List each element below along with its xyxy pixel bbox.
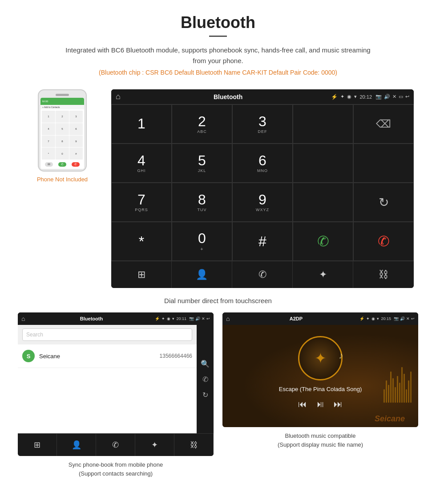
contact-phone: 13566664466: [160, 353, 192, 359]
phone-key: 3: [69, 111, 83, 123]
music-statusbar: ⌂ A2DP ⚡ ✦ ◉ ▾ 20:15 📷 🔊 ✕ ↩: [222, 312, 418, 325]
close-icon[interactable]: ✕: [392, 94, 396, 100]
contacts-loc-icon: ◉: [167, 316, 170, 321]
nav-link-btn[interactable]: ⛓: [353, 261, 414, 288]
search-placeholder: Search: [26, 332, 43, 338]
contacts-status-icons: ✦ ◉ ▾ 20:11: [161, 316, 186, 321]
phone-key: 9: [69, 136, 83, 148]
next-button[interactable]: ⏭: [334, 399, 343, 409]
main-screenshot-area: M:00 + Add to Contacts 1 2 3 4 5 6 7 8 9…: [0, 89, 436, 292]
prev-button[interactable]: ⏮: [298, 399, 307, 409]
dial-refresh[interactable]: ↻: [353, 183, 414, 222]
dial-display: [293, 104, 353, 144]
phone-btn-gray: ✉: [45, 162, 53, 167]
contacts-vol-icon: 🔊: [195, 316, 200, 321]
home-icon[interactable]: ⌂: [116, 92, 121, 101]
nav-bt-btn[interactable]: ✦: [293, 261, 353, 288]
dial-key-hash[interactable]: #: [232, 222, 293, 261]
dial-key-2[interactable]: 2 ABC: [172, 104, 232, 144]
phone-screen: M:00 + Add to Contacts 1 2 3 4 5 6 7 8 9…: [40, 98, 84, 169]
status-time: 20:12: [359, 94, 372, 100]
contacts-nav-bt[interactable]: ✦: [135, 434, 174, 456]
phone-not-included-label: Phone Not Included: [37, 176, 88, 183]
contacts-cam-icon: 📷: [189, 316, 194, 321]
contacts-bottom-nav: ⊞ 👤 ✆ ✦ ⛓: [18, 433, 214, 456]
contacts-caption: Sync phone-book from mobile phone (Suppo…: [69, 460, 163, 478]
music-caption: Bluetooth music compatible (Support disp…: [278, 432, 363, 449]
dial-caption: Dial number direct from touchscreen: [0, 292, 436, 312]
phone-key: 8: [56, 136, 69, 148]
music-album-art: ✦ ♪: [298, 336, 343, 380]
eq-bars: [384, 338, 412, 403]
dial-key-8[interactable]: 8 TUV: [172, 183, 232, 222]
contacts-search-icon[interactable]: 🔍: [201, 360, 210, 368]
back-icon[interactable]: ↩: [405, 94, 409, 100]
contacts-nav-person[interactable]: 👤: [57, 434, 96, 456]
music-status-icons: ✦ ◉ ▾ 20:15: [366, 316, 391, 321]
window-icon: ▭: [399, 94, 403, 100]
contacts-statusbar: ⌂ Bluetooth ⚡ ✦ ◉ ▾ 20:11 📷 🔊 ✕ ↩: [18, 312, 214, 325]
dial-key-5[interactable]: 5 JKL: [172, 144, 232, 183]
phone-key: 6: [69, 123, 83, 135]
dialpad-bottom-nav: ⊞ 👤 ✆ ✦ ⛓: [111, 261, 414, 288]
music-title: A2DP: [232, 316, 359, 321]
dial-end-button[interactable]: ✆: [353, 222, 414, 261]
dial-key-star[interactable]: *: [111, 222, 172, 261]
contacts-phone-icon[interactable]: ✆: [202, 375, 208, 384]
status-right-icons: 📷 🔊 ✕ ▭ ↩: [375, 94, 409, 100]
music-screen-wrapper: ⌂ A2DP ⚡ ✦ ◉ ▾ 20:15 📷 🔊 ✕ ↩: [222, 312, 418, 478]
nav-phone-btn[interactable]: ✆: [232, 261, 293, 288]
dial-key-0[interactable]: 0 +: [172, 222, 232, 261]
dial-key-7[interactable]: 7 PQRS: [111, 183, 172, 222]
dial-key-4[interactable]: 4 GHI: [111, 144, 172, 183]
contacts-refresh-icon[interactable]: ↻: [202, 391, 208, 399]
music-body: ✦ ♪ Escape (The Pina Colada Song) ⏮ ⏯ ⏭ …: [222, 325, 418, 427]
music-wifi-icon: ▾: [377, 316, 379, 321]
dial-empty-3: [293, 183, 353, 222]
music-back-icon[interactable]: ↩: [411, 316, 415, 321]
music-loc-icon: ◉: [371, 316, 375, 321]
music-bt-logo: ✦: [315, 350, 327, 367]
contacts-body-wrap: Search S Seicane 13566664466: [18, 325, 214, 433]
phone-key: 7: [42, 136, 55, 148]
phone-bottom-bar: ✉ ✆ ✆: [40, 161, 84, 169]
contact-item[interactable]: S Seicane 13566664466: [18, 344, 197, 368]
phone-keypad-mini: 1 2 3 4 5 6 7 8 9 * 0 #: [40, 109, 84, 161]
contacts-title: Bluetooth: [28, 316, 155, 321]
dial-key-6[interactable]: 6 MNO: [232, 144, 293, 183]
dial-call-button[interactable]: ✆: [293, 222, 353, 261]
phone-side: M:00 + Add to Contacts 1 2 3 4 5 6 7 8 9…: [22, 89, 102, 183]
contacts-back-icon[interactable]: ↩: [206, 316, 210, 321]
playpause-button[interactable]: ⏯: [316, 399, 325, 409]
phone-key: 0: [56, 148, 69, 160]
nav-contacts-btn[interactable]: 👤: [172, 261, 232, 288]
phone-image: M:00 + Add to Contacts 1 2 3 4 5 6 7 8 9…: [38, 89, 87, 172]
dial-key-3[interactable]: 3 DEF: [232, 104, 293, 144]
contacts-nav-link[interactable]: ⛓: [174, 434, 214, 456]
music-close-icon[interactable]: ✕: [406, 316, 410, 321]
phone-key: 5: [56, 123, 69, 135]
phone-key: *: [42, 148, 55, 160]
contacts-side-icons: 🔍 ✆ ↻: [197, 325, 214, 433]
watermark: Seicane: [375, 414, 405, 424]
contacts-nav-phone[interactable]: ✆: [96, 434, 135, 456]
bluetooth-specs: (Bluetooth chip : CSR BC6 Default Blueto…: [9, 69, 427, 76]
contacts-home-icon[interactable]: ⌂: [21, 315, 25, 322]
contacts-close-icon[interactable]: ✕: [202, 316, 205, 321]
page-title: Bluetooth: [9, 13, 427, 32]
phone-btn-red: ✆: [72, 162, 80, 167]
dial-backspace[interactable]: ⌫: [353, 104, 414, 144]
music-home-icon[interactable]: ⌂: [226, 315, 230, 322]
dial-key-9[interactable]: 9 WXYZ: [232, 183, 293, 222]
music-cam-icon: 📷: [394, 316, 399, 321]
dialpad-grid: 1 2 ABC 3 DEF ⌫ 4 GHI 5 JKL: [111, 104, 414, 261]
call-green-icon: ✆: [317, 233, 329, 250]
dial-key-1[interactable]: 1: [111, 104, 172, 144]
nav-grid-btn[interactable]: ⊞: [111, 261, 172, 288]
search-bar[interactable]: Search: [22, 328, 192, 341]
contacts-nav-grid[interactable]: ⊞: [18, 434, 57, 456]
contacts-wifi-icon: ▾: [172, 316, 174, 321]
page-description: Integrated with BC6 Bluetooth module, su…: [62, 45, 374, 66]
wifi-icon: ▾: [354, 94, 357, 100]
title-underline: [209, 36, 227, 37]
